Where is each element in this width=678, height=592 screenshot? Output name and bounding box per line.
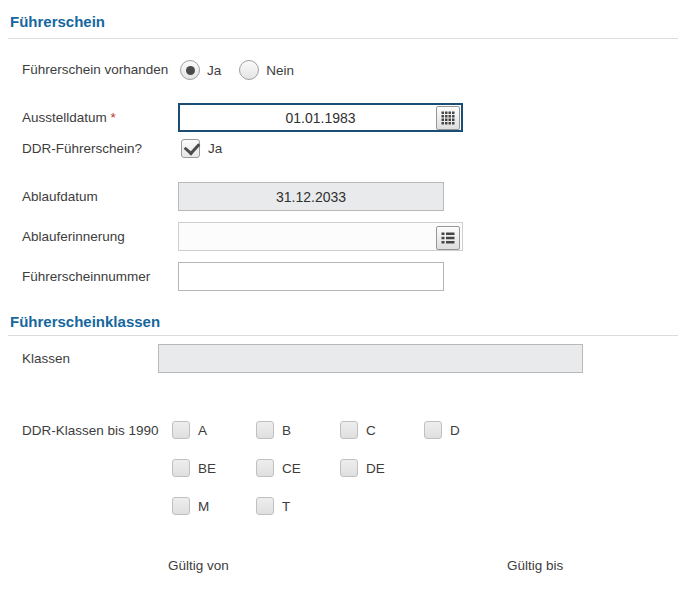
ablauferinnerung-label: Ablauferinnerung — [22, 228, 178, 246]
radio-nein[interactable] — [239, 60, 259, 80]
ddr-fuehrerschein-label: DDR-Führerschein? — [22, 140, 178, 158]
ddr-fuehrerschein-checkbox[interactable] — [181, 139, 200, 158]
ddr-klasse-b-label: B — [282, 423, 291, 438]
section-divider — [8, 335, 678, 336]
fuehrerschein-vorhanden-radiogroup: Ja Nein — [180, 60, 294, 80]
ddr-klasse-de: DE — [340, 459, 424, 477]
radio-ja-label: Ja — [207, 63, 221, 78]
calendar-icon — [441, 111, 455, 125]
ddr-klasse-be-checkbox[interactable] — [172, 459, 190, 477]
ablauferinnerung-field — [178, 222, 463, 251]
list-picker-button[interactable] — [436, 226, 460, 250]
ddr-klassen-grid: A B C D BE CE — [172, 421, 508, 535]
ddr-klasse-t-label: T — [282, 499, 290, 514]
radio-nein-label: Nein — [266, 63, 294, 78]
ausstelldatum-field — [178, 103, 463, 132]
calendar-button[interactable] — [436, 106, 460, 130]
checkmark-icon — [184, 138, 201, 155]
ddr-klasse-m-checkbox[interactable] — [172, 497, 190, 515]
ddr-klasse-d-label: D — [450, 423, 460, 438]
ddr-klasse-ce-label: CE — [282, 461, 301, 476]
fuehrerscheinnummer-input[interactable] — [178, 262, 444, 291]
row-fuehrerscheinnummer: Führerscheinnummer — [22, 262, 678, 291]
section-divider — [8, 38, 678, 39]
fuehrerscheinnummer-label: Führerscheinnummer — [22, 268, 178, 286]
row-ddr-fuehrerschein: DDR-Führerschein? Ja — [22, 139, 678, 158]
ablaufdatum-label: Ablaufdatum — [22, 188, 178, 206]
section-title-fuehrerscheinklassen: Führerscheinklassen — [10, 313, 678, 330]
ddr-klasse-be-label: BE — [198, 461, 216, 476]
ddr-klassen-label: DDR-Klassen bis 1990 — [22, 421, 172, 440]
row-ddr-klassen: DDR-Klassen bis 1990 A B C D BE — [22, 421, 678, 535]
ddr-fuehrerschein-checkbox-label: Ja — [208, 141, 222, 156]
gueltig-bis-label: Gültig bis — [507, 558, 563, 573]
ausstelldatum-label-text: Ausstelldatum — [22, 110, 107, 125]
ddr-klasse-m: M — [172, 497, 256, 515]
list-icon — [441, 231, 455, 245]
ddr-klasse-a-checkbox[interactable] — [172, 421, 190, 439]
row-ausstelldatum: Ausstelldatum * — [22, 103, 678, 132]
ablauferinnerung-input[interactable] — [178, 222, 463, 251]
ddr-klasse-c: C — [340, 421, 424, 439]
klassen-label: Klassen — [22, 350, 168, 368]
ddr-klasse-c-label: C — [366, 423, 376, 438]
ausstelldatum-input[interactable] — [178, 103, 463, 132]
ddr-klasse-de-checkbox[interactable] — [340, 459, 358, 477]
row-ablaufdatum: Ablaufdatum — [22, 182, 678, 211]
ddr-klasse-be: BE — [172, 459, 256, 477]
ddr-klasse-a: A — [172, 421, 256, 439]
ddr-klasse-de-label: DE — [366, 461, 385, 476]
row-ablauferinnerung: Ablauferinnerung — [22, 222, 678, 251]
ddr-klasse-b: B — [256, 421, 340, 439]
row-fuehrerschein-vorhanden: Führerschein vorhanden Ja Nein — [22, 52, 678, 88]
ddr-klasse-m-label: M — [198, 499, 209, 514]
ddr-klasse-d-checkbox[interactable] — [424, 421, 442, 439]
row-klassen: Klassen — [22, 344, 678, 373]
ddr-klasse-ce-checkbox[interactable] — [256, 459, 274, 477]
ablaufdatum-input — [178, 182, 444, 211]
ddr-klasse-d: D — [424, 421, 508, 439]
ddr-klasse-b-checkbox[interactable] — [256, 421, 274, 439]
ausstelldatum-label: Ausstelldatum * — [22, 109, 178, 127]
ddr-klassen-grid-row: BE CE DE — [172, 459, 508, 477]
ddr-klassen-grid-row: M T — [172, 497, 508, 515]
ddr-klasse-ce: CE — [256, 459, 340, 477]
section-title-fuehrerschein: Führerschein — [10, 13, 678, 30]
ddr-klasse-t: T — [256, 497, 340, 515]
ddr-klassen-grid-row: A B C D — [172, 421, 508, 439]
ddr-klasse-a-label: A — [198, 423, 207, 438]
ddr-klasse-c-checkbox[interactable] — [340, 421, 358, 439]
gueltig-von-label: Gültig von — [168, 558, 229, 573]
required-marker: * — [111, 110, 116, 125]
klassen-input — [158, 344, 583, 373]
fuehrerschein-vorhanden-label: Führerschein vorhanden — [22, 61, 178, 79]
radio-selected-dot — [186, 66, 195, 75]
radio-ja[interactable] — [180, 60, 200, 80]
validity-column-headers: Gültig von Gültig bis — [0, 558, 678, 575]
ddr-klasse-t-checkbox[interactable] — [256, 497, 274, 515]
